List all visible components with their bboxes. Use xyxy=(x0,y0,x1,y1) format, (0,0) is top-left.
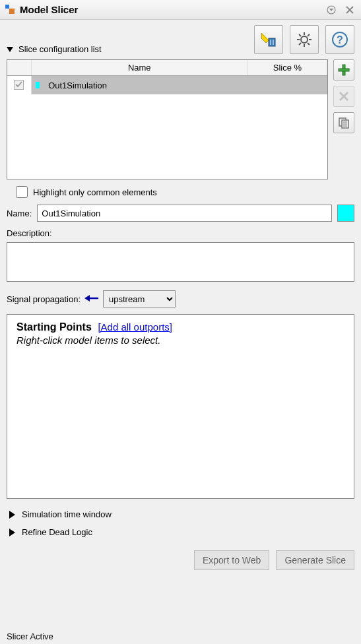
row-name: Out1Simulation xyxy=(48,80,107,90)
name-label: Name: xyxy=(7,209,32,218)
svg-marker-1 xyxy=(9,9,15,14)
starting-points-subtitle: Right-click model items to select. xyxy=(16,335,345,346)
row-color-indicator xyxy=(36,82,40,88)
svg-marker-31 xyxy=(84,295,90,302)
copy-icon xyxy=(338,117,350,129)
table-row[interactable]: Out1Simulation xyxy=(7,76,327,95)
simulation-time-window-label: Simulation time window xyxy=(22,509,112,519)
row-checkbox[interactable] xyxy=(14,80,24,90)
close-icon[interactable] xyxy=(344,4,356,16)
config-table[interactable]: Name Slice % Out1Simulation xyxy=(7,59,328,179)
add-all-outports-link[interactable]: [Add all outports] xyxy=(98,321,172,333)
starting-points-panel: Starting Points [Add all outports] Right… xyxy=(7,314,354,499)
x-icon xyxy=(339,91,349,102)
simulation-time-window-section[interactable]: Simulation time window xyxy=(7,505,354,523)
delete-config-button xyxy=(333,86,354,107)
refine-dead-logic-section[interactable]: Refine Dead Logic xyxy=(7,523,354,541)
svg-marker-0 xyxy=(5,5,9,9)
svg-point-10 xyxy=(301,36,308,43)
refine-dead-logic-label: Refine Dead Logic xyxy=(22,527,92,537)
highlight-common-checkbox[interactable] xyxy=(16,186,28,198)
svg-line-18 xyxy=(299,43,301,45)
col-slice: Slice % xyxy=(248,60,327,76)
color-picker[interactable] xyxy=(337,205,354,222)
arrow-left-icon xyxy=(84,292,99,306)
app-icon xyxy=(5,5,16,15)
help-icon: ? xyxy=(331,31,348,48)
svg-line-16 xyxy=(308,43,310,45)
help-button[interactable]: ? xyxy=(325,25,354,54)
slice-config-list-header[interactable]: Slice configuration list xyxy=(7,44,254,54)
svg-line-17 xyxy=(308,34,310,36)
starting-points-title: Starting Points xyxy=(16,321,92,333)
col-name: Name xyxy=(31,60,248,76)
description-input[interactable] xyxy=(7,242,354,282)
status-bar: Slicer Active xyxy=(7,631,53,641)
svg-line-15 xyxy=(299,34,301,36)
sigprop-select[interactable]: upstream xyxy=(103,290,176,307)
svg-text:?: ? xyxy=(337,34,343,46)
name-input[interactable] xyxy=(37,205,332,222)
chevron-down-icon xyxy=(7,47,13,52)
add-config-button[interactable] xyxy=(333,59,354,80)
highlight-common-label: Highlight only common elements xyxy=(33,187,157,197)
highlight-button[interactable] xyxy=(254,25,283,54)
svg-marker-6 xyxy=(261,33,269,43)
svg-marker-3 xyxy=(329,9,333,11)
svg-rect-7 xyxy=(269,38,275,46)
slice-config-list-label: Slice configuration list xyxy=(18,44,102,54)
svg-rect-22 xyxy=(339,69,349,71)
chevron-right-icon xyxy=(9,511,15,519)
copy-config-button[interactable] xyxy=(333,112,354,133)
window-title: Model Slicer xyxy=(20,4,319,15)
export-to-web-button[interactable]: Export to Web xyxy=(194,550,269,570)
settings-button[interactable] xyxy=(290,25,319,54)
plus-icon xyxy=(337,63,350,77)
dropdown-icon[interactable] xyxy=(325,4,337,16)
gear-icon xyxy=(296,31,313,48)
titlebar: Model Slicer xyxy=(0,0,361,20)
description-label: Description: xyxy=(7,228,52,238)
chevron-right-icon xyxy=(9,529,15,536)
generate-slice-button[interactable]: Generate Slice xyxy=(276,550,354,570)
sigprop-label: Signal propagation: xyxy=(7,294,81,304)
col-check xyxy=(7,60,31,76)
highlighter-icon xyxy=(259,30,278,49)
